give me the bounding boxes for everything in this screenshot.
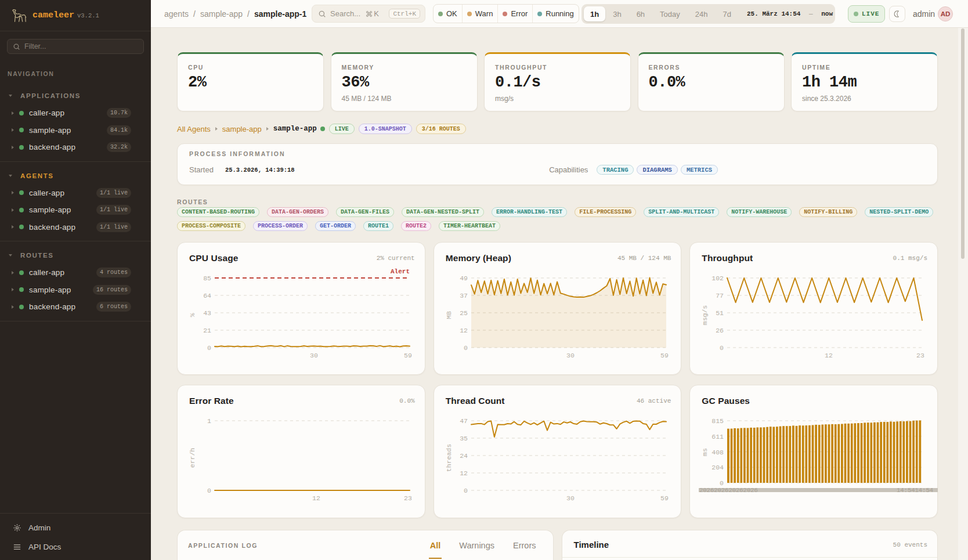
svg-text:0: 0 [464,487,468,494]
svg-text:30: 30 [310,352,318,359]
svg-text:24: 24 [460,452,468,460]
svg-text:1: 1 [207,417,211,425]
svg-text:85: 85 [203,274,211,282]
svg-text:204: 204 [712,464,724,471]
svg-text:64: 64 [203,292,211,299]
svg-text:47: 47 [460,417,468,425]
svg-text:59: 59 [660,352,669,359]
svg-text:MB: MB [445,311,453,319]
svg-text:12: 12 [312,494,320,502]
svg-text:0: 0 [464,344,468,352]
svg-text:51: 51 [716,309,724,317]
svg-text:21: 21 [203,327,211,334]
svg-text:0: 0 [720,344,724,352]
svg-text:msg/s: msg/s [701,305,709,326]
svg-text:12: 12 [460,327,468,334]
svg-text:43: 43 [203,309,211,317]
svg-text:Alert: Alert [391,268,410,275]
svg-text:23: 23 [916,352,924,359]
svg-text:0: 0 [207,487,211,494]
svg-text:49: 49 [460,274,468,282]
svg-text:ms: ms [701,448,709,456]
svg-text:threads: threads [445,444,453,472]
svg-text:12: 12 [460,469,468,477]
svg-text:815: 815 [712,417,724,425]
svg-text:26: 26 [716,327,724,334]
svg-text:23: 23 [404,494,412,502]
svg-text:12: 12 [825,352,833,359]
svg-text:%: % [189,313,196,317]
svg-text:25: 25 [460,309,468,317]
svg-text:2026202620262026: 2026202620262026 [699,487,758,494]
svg-text:59: 59 [660,494,669,502]
svg-text:77: 77 [716,292,724,299]
svg-text:408: 408 [712,449,724,456]
svg-text:14:5414:54: 14:5414:54 [897,487,933,494]
svg-text:102: 102 [712,274,724,282]
svg-text:0: 0 [207,344,211,352]
svg-text:err/h: err/h [189,448,196,468]
svg-text:30: 30 [566,352,575,359]
svg-text:30: 30 [566,494,575,502]
svg-text:35: 35 [460,435,468,442]
svg-text:59: 59 [404,352,412,359]
svg-text:0: 0 [720,479,724,487]
svg-text:611: 611 [712,433,724,440]
svg-text:37: 37 [460,292,468,299]
